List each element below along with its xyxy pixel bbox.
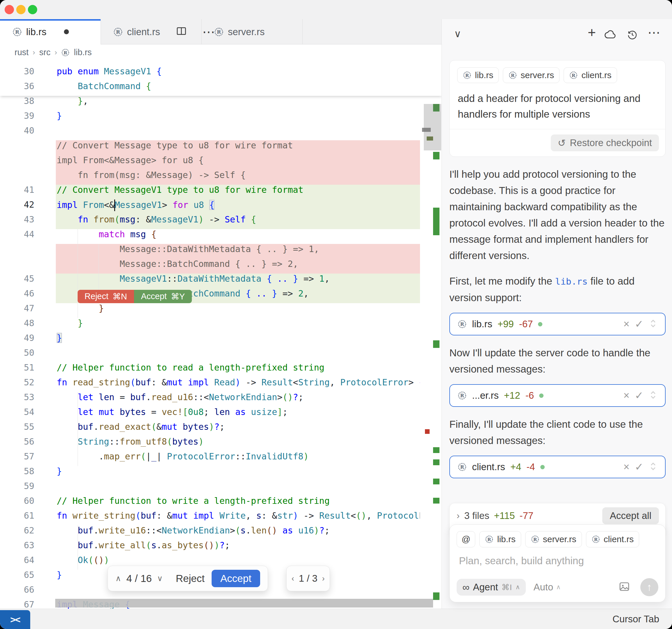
expand-files-icon[interactable]: › bbox=[457, 510, 459, 521]
collapse-chat-icon[interactable]: ∨ bbox=[454, 28, 461, 40]
code-line-59[interactable]: 59 bbox=[0, 481, 442, 496]
code-line-42[interactable]: 42impl From<&MessageV1> for u8 { bbox=[0, 200, 442, 214]
code-line-54[interactable]: 54 let mut bytes = vec![0u8; len as usiz… bbox=[0, 407, 442, 422]
line-number: 49 bbox=[0, 333, 34, 343]
code-line-48[interactable]: 48 } bbox=[0, 318, 442, 333]
tab-server.rs[interactable]: Rserver.rs bbox=[202, 19, 303, 45]
vertical-scrollbar[interactable] bbox=[424, 104, 441, 150]
accept-all-button[interactable]: Accept all bbox=[602, 507, 659, 524]
new-chat-icon[interactable]: + bbox=[588, 24, 596, 40]
code-line-62[interactable]: 62 buf.write_u16::<NetworkEndian>(s.len(… bbox=[0, 525, 442, 540]
file-chip-server.rs[interactable]: Rserver.rs bbox=[503, 67, 559, 83]
breadcrumb-file[interactable]: lib.rs bbox=[74, 48, 92, 57]
expand-file-icon[interactable] bbox=[649, 461, 657, 473]
panel-divider[interactable] bbox=[441, 19, 442, 609]
code-line-44[interactable]: 44 match msg { bbox=[0, 229, 442, 244]
code-line-30[interactable]: 30pub enum MessageV1 { bbox=[0, 66, 442, 81]
chat-composer[interactable]: @Rlib.rsRserver.rsRclient.rs Plan, searc… bbox=[449, 525, 666, 602]
file-chip-lib.rs[interactable]: Rlib.rs bbox=[457, 67, 499, 83]
restore-checkpoint-button[interactable]: ↺ Restore checkpoint bbox=[551, 134, 659, 151]
app-window: ⋯ Rlib.rsRclient.rsRserver.rs rust›src›R… bbox=[0, 0, 672, 629]
chat-more-icon[interactable]: ⋯ bbox=[648, 25, 661, 40]
code-editor[interactable]: 38 },39}40// Convert Message type to u8 … bbox=[0, 60, 442, 609]
minimize-window-button[interactable] bbox=[16, 5, 26, 14]
line-number: 61 bbox=[0, 510, 34, 521]
code-line-58[interactable]: 58} bbox=[0, 466, 442, 481]
attach-image-icon[interactable] bbox=[618, 580, 630, 594]
code-line-47[interactable]: 47 } bbox=[0, 303, 442, 318]
cursor-tab-status[interactable]: Cursor Tab bbox=[613, 609, 659, 629]
breadcrumb[interactable]: rust›src›Rlib.rs bbox=[0, 45, 442, 60]
send-button[interactable]: ↑ bbox=[640, 578, 658, 596]
history-icon[interactable] bbox=[627, 29, 638, 41]
tab-lib.rs[interactable]: Rlib.rs bbox=[0, 19, 101, 45]
mention-chip[interactable]: @ bbox=[457, 531, 475, 547]
code-line-51[interactable]: 51// Helper function to read a length-pr… bbox=[0, 362, 442, 377]
prev-file-icon[interactable]: ‹ bbox=[291, 574, 294, 583]
code-line-46[interactable]: 46 MessageV1::BatchCommand { .. } => 2, bbox=[0, 288, 442, 303]
code-line-49[interactable]: 49} bbox=[0, 333, 442, 348]
code-line-36[interactable]: 36 BatchCommand { bbox=[0, 81, 442, 96]
inline-reject-button[interactable]: Reject⌘N bbox=[78, 290, 134, 303]
code-line-61[interactable]: 61fn write_string(buf: &mut impl Write, … bbox=[0, 510, 442, 525]
model-selector[interactable]: Auto ∧ bbox=[533, 582, 561, 593]
accept-file-icon[interactable]: ✓ bbox=[635, 318, 644, 330]
line-number: 56 bbox=[0, 436, 34, 447]
reject-file-icon[interactable]: × bbox=[623, 318, 629, 330]
breadcrumb-item[interactable]: rust bbox=[15, 48, 28, 57]
line-number: 54 bbox=[0, 407, 34, 417]
file-chip-server.rs[interactable]: Rserver.rs bbox=[525, 531, 582, 547]
reject-file-icon[interactable]: × bbox=[623, 461, 629, 473]
code-line-53[interactable]: 53 let len = buf.read_u16::<NetworkEndia… bbox=[0, 392, 442, 407]
diff-file-name: client.rs bbox=[472, 461, 505, 473]
code-line-55[interactable]: 55 buf.read_exact(&mut bytes)?; bbox=[0, 422, 442, 436]
accept-file-icon[interactable]: ✓ bbox=[635, 461, 644, 473]
cloud-icon[interactable] bbox=[604, 29, 617, 41]
file-chip-client.rs[interactable]: Rclient.rs bbox=[586, 531, 639, 547]
code-lines: 38 },39}40// Convert Message type to u8 … bbox=[0, 96, 442, 609]
file-diff-card-lib.rs[interactable]: Rlib.rs+99-67×✓ bbox=[449, 313, 666, 335]
code-line-52[interactable]: 52fn read_string(buf: &mut impl Read) ->… bbox=[0, 377, 442, 392]
breadcrumb-item[interactable]: src bbox=[39, 48, 51, 57]
code-line-40[interactable]: 40 bbox=[0, 125, 442, 140]
file-chip-lib.rs[interactable]: Rlib.rs bbox=[479, 531, 521, 547]
prev-diff-icon[interactable]: ∧ bbox=[115, 574, 121, 583]
remote-indicator[interactable]: >< bbox=[0, 610, 30, 629]
code-line-39[interactable]: 39} bbox=[0, 111, 442, 125]
reject-file-icon[interactable]: × bbox=[623, 389, 629, 402]
reject-button[interactable]: Reject bbox=[176, 573, 205, 584]
code-line-50[interactable]: 50 bbox=[0, 348, 442, 362]
code-line-63[interactable]: 63 buf.write_all(s.as_bytes())?; bbox=[0, 540, 442, 555]
horizontal-scrollbar[interactable] bbox=[55, 599, 433, 607]
code-line[interactable]: // Convert Message type to u8 for wire f… bbox=[0, 140, 442, 155]
inline-accept-button[interactable]: Accept⌘Y bbox=[134, 290, 192, 303]
file-diff-card-client.rs[interactable]: Rclient.rs+4-4×✓ bbox=[449, 456, 666, 478]
next-file-icon[interactable]: › bbox=[322, 574, 325, 583]
code-line-41[interactable]: 41// Convert MessageV1 type to u8 for wi… bbox=[0, 185, 442, 200]
file-diff-card-...er.rs[interactable]: R...er.rs+12-6×✓ bbox=[449, 384, 666, 407]
code-line[interactable]: Message::DataWithMetadata { .. } => 1, bbox=[0, 244, 442, 259]
code-line-43[interactable]: 43 fn from(msg: &MessageV1) -> Self { bbox=[0, 214, 442, 229]
close-window-button[interactable] bbox=[5, 5, 14, 14]
agent-mode-selector[interactable]: ∞ Agent ⌘I ∧ bbox=[457, 579, 526, 596]
rust-file-icon: R bbox=[457, 391, 467, 400]
code-line-56[interactable]: 56 String::from_utf8(bytes) bbox=[0, 436, 442, 451]
maximize-window-button[interactable] bbox=[28, 5, 37, 14]
code-line-38[interactable]: 38 }, bbox=[0, 96, 442, 111]
composer-placeholder[interactable]: Plan, search, build anything bbox=[459, 555, 658, 567]
code-line-57[interactable]: 57 .map_err(|_| ProtocolError::InvalidUt… bbox=[0, 451, 442, 466]
accept-button[interactable]: Accept bbox=[212, 570, 260, 587]
tab-client.rs[interactable]: Rclient.rs bbox=[101, 19, 202, 45]
code-line[interactable]: Message::BatchCommand { .. } => 2, bbox=[0, 259, 442, 274]
code-line[interactable]: impl From<&Message> for u8 { bbox=[0, 155, 442, 170]
code-line-60[interactable]: 60// Helper function to write a length-p… bbox=[0, 496, 442, 510]
next-diff-icon[interactable]: ∨ bbox=[157, 574, 163, 583]
expand-file-icon[interactable] bbox=[649, 319, 657, 330]
code-line[interactable]: fn from(msg: &Message) -> Self { bbox=[0, 170, 442, 185]
code-line-45[interactable]: 45 MessageV1::DataWithMetadata { .. } =>… bbox=[0, 274, 442, 288]
expand-file-icon[interactable] bbox=[649, 390, 657, 401]
file-chip-client.rs[interactable]: Rclient.rs bbox=[563, 67, 617, 83]
code-text: fn write_string(buf: &mut impl Write, s:… bbox=[57, 510, 420, 521]
diff-counter: 4 / 16 bbox=[126, 573, 152, 584]
accept-file-icon[interactable]: ✓ bbox=[635, 389, 644, 402]
